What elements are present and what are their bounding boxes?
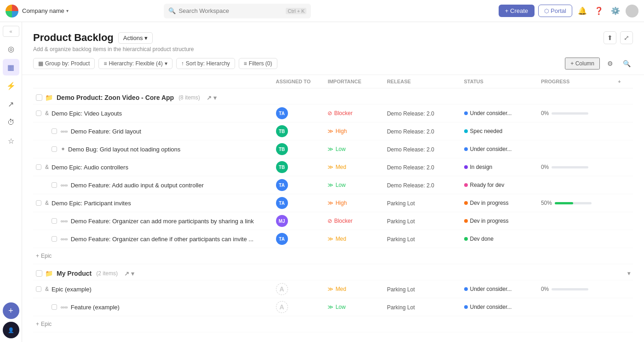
actions-button[interactable]: Actions ▾ [118, 32, 153, 44]
item-name-cell: ∞∞ Demo Feature: Grid layout [33, 122, 273, 140]
item-checkbox[interactable] [52, 128, 57, 134]
add-epic-cell: + Epic [33, 316, 633, 332]
item-name-inner: ∞∞ Demo Feature: Add audio input & outpu… [52, 182, 270, 189]
importance-cell: ≫ Med [325, 230, 384, 248]
add-cell [615, 194, 633, 212]
assigned-cell: TA [273, 176, 325, 194]
product-chart-icon[interactable]: ↗ [207, 94, 212, 101]
search-bar[interactable]: 🔍 Ctrl + K [164, 4, 311, 18]
company-name-button[interactable]: Company name ▾ [22, 7, 69, 14]
status-wrap: Spec needed [464, 128, 535, 134]
sidebar: « ◎ ▦ ⚡ ↗ ⏱ ☆ + 👤 [0, 22, 22, 342]
status-cell: Ready for dev [461, 176, 538, 194]
filters-button[interactable]: ≡ Filters (0) [239, 58, 277, 69]
item-checkbox[interactable] [52, 218, 57, 224]
notifications-icon[interactable]: 🔔 [576, 5, 589, 17]
table-row: & Demo Epic: Video Layouts TA ⊘ Blocker … [33, 104, 633, 122]
add-column-button[interactable]: + Column [565, 58, 600, 70]
hierarchy-chevron-icon: ▾ [165, 60, 167, 67]
product-checkbox[interactable] [36, 94, 42, 101]
add-epic-button[interactable]: + Epic [36, 251, 630, 261]
hierarchy-button[interactable]: ≡ Hierarchy: Flexible (4) ▾ [98, 58, 172, 69]
item-name-text: Demo Feature: Organizer can define if ot… [71, 236, 253, 243]
th-name [33, 75, 273, 88]
status-wrap: Under consider... [464, 110, 535, 116]
item-name-inner: ∞∞ Feature (example) [52, 304, 270, 311]
product-more-icon[interactable]: ▾ [131, 270, 134, 277]
share-icon[interactable]: ⬆ [604, 31, 616, 44]
item-checkbox[interactable] [36, 200, 41, 206]
importance-icon: ≫ [328, 128, 334, 134]
importance-cell: ≫ Low [325, 298, 384, 316]
product-chart-icon[interactable]: ↗ [124, 270, 129, 277]
avatar: TA [276, 197, 288, 209]
importance-label: Blocker [334, 218, 352, 224]
status-wrap: Dev done [464, 236, 535, 242]
importance-cell: ≫ High [325, 122, 384, 140]
create-button[interactable]: + Create [499, 5, 535, 17]
product-collapse-icon[interactable]: ▾ [627, 270, 630, 277]
status-label: Under consider... [470, 286, 512, 292]
item-checkbox[interactable] [52, 182, 57, 188]
sidebar-collapse-button[interactable]: « [3, 26, 19, 37]
assigned-cell: TA [273, 104, 325, 122]
item-checkbox[interactable] [36, 164, 41, 170]
sidebar-item-goals[interactable]: ◎ [3, 41, 19, 57]
app-logo [6, 5, 18, 17]
sort-button[interactable]: ↑ Sort by: Hierarchy [176, 58, 235, 69]
status-label: Spec needed [470, 128, 503, 134]
status-wrap: Dev in progress [464, 200, 535, 206]
progress-cell: 0% [538, 280, 615, 298]
importance-label: High [335, 128, 347, 134]
sidebar-item-roadmap[interactable]: ↗ [3, 96, 19, 112]
sidebar-item-favorites[interactable]: ☆ [3, 133, 19, 149]
search-input[interactable] [178, 7, 283, 14]
product-group-cell: 📁 Demo Product: Zoon Video - Core App (8… [33, 88, 633, 104]
feature-icon: ∞∞ [61, 236, 68, 242]
help-icon[interactable]: ❓ [592, 5, 605, 17]
item-checkbox[interactable] [52, 146, 57, 152]
sidebar-add-button[interactable]: + [3, 302, 19, 319]
product-more-icon[interactable]: ▾ [213, 94, 217, 101]
sidebar-item-activity[interactable]: ⚡ [3, 77, 19, 94]
item-checkbox[interactable] [52, 304, 57, 310]
sidebar-item-board[interactable]: ▦ [3, 59, 19, 75]
item-checkbox[interactable] [52, 236, 57, 242]
progress-cell: 50% [538, 194, 615, 212]
bug-icon: ✦ [61, 146, 65, 152]
progress-cell: 50% [541, 200, 612, 206]
table-row: ∞∞ Feature (example) A ≫ Low Parking Lot… [33, 298, 633, 316]
th-add[interactable]: + [615, 75, 633, 88]
user-avatar[interactable] [626, 5, 638, 17]
search-table-icon[interactable]: 🔍 [620, 57, 633, 70]
status-label: Dev in progress [470, 218, 509, 224]
sidebar-item-timer[interactable]: ⏱ [3, 114, 19, 131]
item-checkbox[interactable] [36, 110, 41, 116]
item-checkbox[interactable] [36, 286, 41, 292]
status-dot [464, 165, 468, 169]
item-name-inner: & Epic (example) [36, 286, 270, 293]
add-epic-button[interactable]: + Epic [36, 319, 630, 329]
avatar: TA [276, 233, 288, 245]
portal-button[interactable]: ⬡ Portal [538, 5, 572, 17]
release-label: Demo Release: 2.0 [387, 128, 434, 135]
group-by-button[interactable]: ▦ Group by: Product [33, 58, 95, 69]
portal-icon: ⬡ [544, 8, 549, 14]
settings-columns-icon[interactable]: ⚙ [604, 57, 616, 70]
settings-icon[interactable]: ⚙️ [609, 5, 622, 17]
add-cell [615, 230, 633, 248]
avatar: MJ [276, 215, 288, 227]
topnav: Company name ▾ 🔍 Ctrl + K + Create ⬡ Por… [0, 0, 644, 22]
add-epic-label: Epic [41, 321, 52, 327]
status-dot [464, 287, 468, 291]
release-cell: Demo Release: 2.0 [384, 104, 461, 122]
avatar: TA [276, 107, 288, 119]
product-checkbox[interactable] [36, 270, 42, 277]
status-dot [464, 147, 468, 151]
status-label: Under consider... [470, 146, 512, 152]
fullscreen-icon[interactable]: ⤢ [620, 31, 633, 44]
importance-badge: ≫ High [328, 200, 381, 206]
sidebar-user-button[interactable]: 👤 [3, 322, 19, 338]
item-name-inner: & Demo Epic: Video Layouts [36, 110, 270, 117]
importance-icon: ≫ [328, 200, 334, 206]
